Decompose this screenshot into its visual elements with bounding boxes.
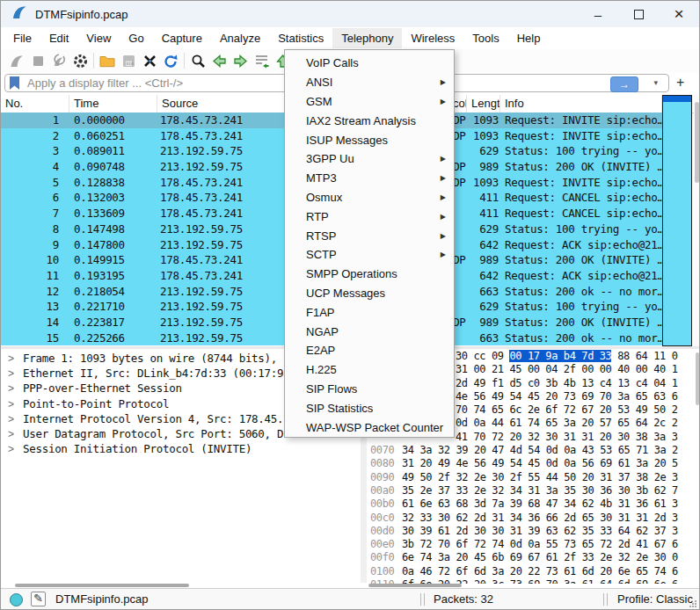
telephony-menu-item[interactable]: SMPP Operations <box>285 265 454 284</box>
menu-go[interactable]: Go <box>120 28 152 48</box>
column-header-no[interactable]: No. <box>1 95 69 113</box>
filter-bookmark-icon[interactable] <box>10 76 19 90</box>
cell-info: Request: INVITE sip:echo… <box>500 128 662 144</box>
minimize-button[interactable]: – <box>578 1 618 27</box>
menu-file[interactable]: File <box>4 28 40 48</box>
cell-info: Request: INVITE sip:echo… <box>500 175 662 191</box>
menu-analyze[interactable]: Analyze <box>211 28 269 48</box>
detail-row[interactable]: >Session Initiation Protocol (INVITE) <box>1 441 361 456</box>
hex-row[interactable]: 009049 50 2f 32 2e 30 2f 55 44 50 20 31 … <box>367 471 700 484</box>
reload-file-icon[interactable] <box>160 51 181 70</box>
expand-chevron-icon[interactable]: > <box>1 367 23 381</box>
scrollbar-thumb[interactable] <box>695 102 699 183</box>
go-to-packet-icon[interactable] <box>251 51 272 70</box>
telephony-menu-item[interactable]: MTP3▶ <box>285 169 454 188</box>
open-file-icon[interactable] <box>97 51 118 70</box>
telephony-menu-item[interactable]: NGAP <box>285 322 454 341</box>
menu-statistics[interactable]: Statistics <box>269 28 332 48</box>
telephony-menu-item[interactable]: WAP-WSP Packet Counter <box>285 418 454 437</box>
details-hscrollbar-thumb[interactable] <box>15 584 189 587</box>
stop-capture-icon <box>27 51 48 70</box>
hex-row[interactable]: 007034 3a 32 39 20 47 4d 54 0d 0a 43 53 … <box>367 444 700 457</box>
column-header-info[interactable]: Info <box>500 95 662 113</box>
capture-options-icon[interactable] <box>69 51 91 70</box>
expand-chevron-icon[interactable]: > <box>1 352 23 367</box>
telephony-menu-item[interactable]: SCTP▶ <box>285 245 454 265</box>
svg-text:010: 010 <box>126 62 133 66</box>
find-packet-icon[interactable] <box>187 51 208 70</box>
telephony-menu-item[interactable]: 3GPP Uu▶ <box>285 149 454 169</box>
menu-capture[interactable]: Capture <box>153 28 211 48</box>
expand-chevron-icon[interactable]: > <box>1 427 23 442</box>
hex-scrollbar-thumb[interactable] <box>696 352 699 405</box>
telephony-menu-item[interactable]: RTP▶ <box>285 207 454 226</box>
cell-time: 0.221710 <box>69 299 157 315</box>
hex-bytes: 61 6e 63 68 3d 7a 39 68 47 34 62 4b 31 3… <box>402 497 678 510</box>
hex-offset: 0070 <box>367 444 402 457</box>
cell-time: 0.225266 <box>69 330 157 346</box>
intelligent-scrollbar[interactable] <box>662 95 692 346</box>
submenu-arrow-icon: ▶ <box>441 213 446 221</box>
telephony-menu-item[interactable]: SIP Flows <box>285 380 454 399</box>
close-file-icon[interactable] <box>139 51 160 70</box>
menu-edit[interactable]: Edit <box>40 28 77 48</box>
menu-telephony[interactable]: Telephony <box>332 28 402 48</box>
hex-row[interactable]: 00f06e 74 3a 20 45 6b 69 67 61 2f 33 2e … <box>367 551 700 564</box>
hex-row[interactable]: 008031 20 49 4e 56 49 54 45 0d 0a 56 69 … <box>367 457 700 470</box>
close-button[interactable]: × <box>659 1 699 27</box>
column-header-length[interactable]: Length <box>467 95 500 113</box>
telephony-menu-item[interactable]: IAX2 Stream Analysis <box>285 111 454 130</box>
telephony-menu-item[interactable]: RTSP▶ <box>285 226 454 245</box>
hex-bytes-plain: 34 3a 32 39 20 47 4d 54 0d 0a 43 53 65 7… <box>402 444 678 456</box>
cell-no: 6 <box>1 190 69 206</box>
menu-wireless[interactable]: Wireless <box>402 28 463 48</box>
hex-offset: 00a0 <box>367 484 402 497</box>
add-filter-button[interactable]: + <box>676 75 684 91</box>
telephony-menu-item[interactable]: ANSI▶ <box>285 73 454 92</box>
hex-hscrollbar-thumb[interactable] <box>368 584 462 587</box>
telephony-menu-item[interactable]: H.225 <box>285 360 454 380</box>
telephony-menu-item[interactable]: F1AP <box>285 302 454 322</box>
hex-row[interactable]: 00e03b 72 70 6f 72 74 0d 0a 55 73 65 72 … <box>367 538 700 551</box>
hex-row[interactable]: 00b061 6e 63 68 3d 7a 39 68 47 34 62 4b … <box>367 497 700 511</box>
expand-chevron-icon[interactable]: > <box>1 442 23 457</box>
column-header-time[interactable]: Time <box>69 95 157 113</box>
cell-length: 989 <box>467 252 500 268</box>
menu-view[interactable]: View <box>77 28 120 48</box>
telephony-menu-item[interactable]: VoIP Calls <box>285 54 454 73</box>
cell-info: Request: CANCEL sip:echo… <box>500 190 662 206</box>
menu-help[interactable]: Help <box>508 28 550 48</box>
cell-length: 1093 <box>467 128 500 144</box>
apply-filter-button[interactable]: → <box>610 76 638 92</box>
expand-chevron-icon[interactable]: > <box>1 397 23 412</box>
telephony-menu-item[interactable]: E2AP <box>285 341 454 360</box>
expand-chevron-icon[interactable]: > <box>1 412 23 427</box>
maximize-button[interactable] <box>618 1 659 27</box>
hex-row[interactable]: 01000a 46 72 6f 6d 3a 20 22 73 61 6d 20 … <box>367 565 700 578</box>
packet-list-scrollbar[interactable] <box>694 95 700 346</box>
telephony-menu-item[interactable]: ISUP Messages <box>285 130 454 149</box>
hex-row[interactable]: 00a035 2e 37 33 2e 32 34 31 3a 35 30 36 … <box>367 484 700 497</box>
filter-dropdown-caret-icon[interactable]: ▾ <box>653 78 658 87</box>
hex-offset: 00d0 <box>367 525 402 538</box>
go-forward-icon[interactable] <box>230 51 251 70</box>
cell-no: 4 <box>1 159 69 175</box>
hex-row[interactable]: 00d030 39 61 2d 30 30 31 39 63 62 35 33 … <box>367 525 700 538</box>
menu-item-label: SIP Flows <box>306 382 357 396</box>
telephony-menu-item[interactable]: GSM▶ <box>285 92 454 112</box>
expert-info-icon[interactable] <box>10 593 23 606</box>
telephony-menu-item[interactable]: UCP Messages <box>285 284 454 303</box>
wireshark-logo-icon <box>11 4 27 24</box>
cell-length: 411 <box>467 190 500 206</box>
telephony-menu-item[interactable]: SIP Statistics <box>285 398 454 418</box>
status-packet-count: Packets: 32 <box>434 592 493 606</box>
telephony-menu-item[interactable]: Osmux▶ <box>285 188 454 207</box>
cell-no: 14 <box>1 315 69 330</box>
hex-row[interactable]: 00c032 33 30 62 2d 31 34 36 66 2d 65 30 … <box>367 512 700 525</box>
menu-tools[interactable]: Tools <box>463 28 507 48</box>
cell-time: 0.147498 <box>69 221 157 237</box>
capture-comment-icon[interactable]: ✎ <box>31 592 46 606</box>
expand-chevron-icon[interactable]: > <box>1 381 23 396</box>
resize-grip[interactable] <box>689 600 696 607</box>
go-back-icon[interactable] <box>208 51 230 70</box>
